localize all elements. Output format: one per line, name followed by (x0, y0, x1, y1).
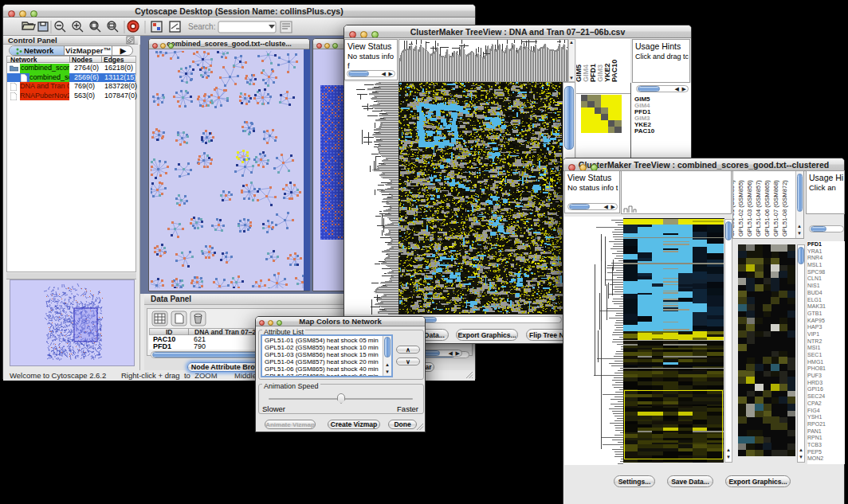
svg-text:Search:: Search: (188, 22, 215, 31)
